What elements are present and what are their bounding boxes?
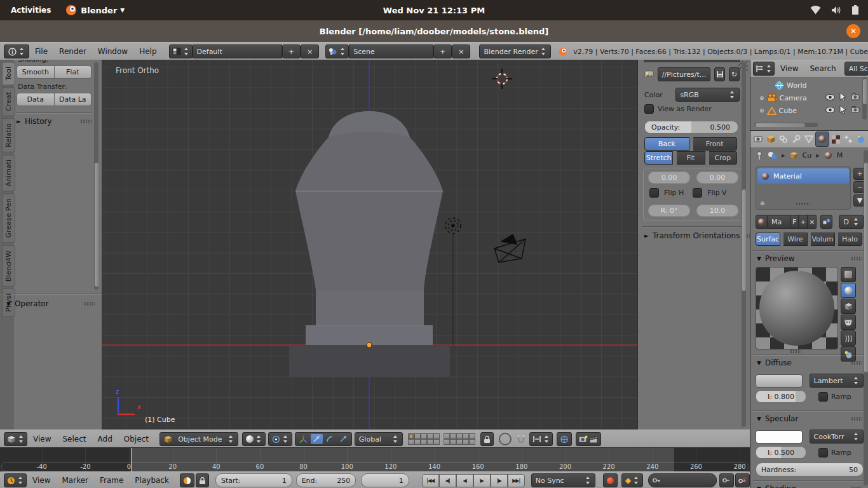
diffuse-color-swatch[interactable] xyxy=(756,374,803,388)
opacity-slider[interactable]: Opacity: 0.500 xyxy=(644,121,738,133)
tab-texture[interactable] xyxy=(829,132,842,146)
flip-v-checkbox[interactable] xyxy=(693,188,702,198)
jump-to-start-button[interactable]: |◀◀ xyxy=(422,474,439,487)
view-as-render-checkbox[interactable] xyxy=(644,104,654,114)
cube-restrict-toggles[interactable] xyxy=(825,105,860,114)
material-type-halo[interactable]: Halo xyxy=(838,233,862,246)
pin-icon[interactable] xyxy=(756,151,763,159)
n-panel-scrollbar[interactable] xyxy=(742,62,746,427)
flip-h-checkbox[interactable] xyxy=(649,188,659,198)
timeline-menu-frame[interactable]: Frame xyxy=(94,476,129,485)
operator-panel-header[interactable]: ▼ Operator xyxy=(6,299,95,308)
system-clock[interactable]: Wed Nov 21 12:13 PM xyxy=(0,6,868,15)
specular-panel-grip[interactable] xyxy=(851,417,862,421)
transform-orientations-panel-header[interactable]: ► Transform Orientations xyxy=(644,231,743,240)
material-crumb-icon[interactable] xyxy=(824,151,832,159)
color-space-selector[interactable]: sRGB xyxy=(675,88,740,102)
scene-selector[interactable] xyxy=(325,44,349,58)
frame-start-field[interactable]: Start:1 xyxy=(215,473,292,487)
sync-mode-selector[interactable]: No Sync xyxy=(531,473,595,487)
layer-toggle-2[interactable] xyxy=(414,433,421,439)
outliner-filter-selector[interactable]: All Sc xyxy=(844,62,868,76)
opengl-render-anim-icon[interactable] xyxy=(589,435,599,444)
preview-sphere-button[interactable] xyxy=(841,283,856,298)
camera-object[interactable] xyxy=(494,234,526,262)
specular-shader-selector[interactable]: CookTorr xyxy=(810,430,864,444)
shade-flat-button[interactable]: Flat xyxy=(55,65,92,79)
visibility-eye-icon[interactable] xyxy=(825,107,835,113)
timeline-editor-type-selector[interactable] xyxy=(4,473,27,487)
info-menu-file[interactable]: File xyxy=(29,47,53,56)
render-border-button[interactable] xyxy=(557,432,572,446)
specular-panel-header[interactable]: ▼ Specular xyxy=(757,414,862,423)
outliner-hscrollbar[interactable] xyxy=(754,123,818,127)
manipulator-scale-button[interactable] xyxy=(337,434,349,444)
layer-toggle-12[interactable] xyxy=(450,433,456,439)
specular-intensity-slider[interactable]: I: 0.500 xyxy=(756,446,806,459)
tab-object-data[interactable] xyxy=(803,132,815,146)
shade-smooth-button[interactable]: Smooth xyxy=(17,65,55,79)
diffuse-ramp-checkbox[interactable] xyxy=(818,392,828,402)
bg-size-field[interactable]: 10.0 xyxy=(696,205,738,217)
viewport-3d[interactable]: Front Ortho z x (1) Cube xyxy=(102,60,637,430)
layer-toggle-17[interactable] xyxy=(450,439,456,445)
timeline-menu-view[interactable]: View xyxy=(27,476,56,485)
info-menu-help[interactable]: Help xyxy=(133,47,162,56)
bg-back-toggle[interactable]: Back xyxy=(644,137,689,151)
expand-icon[interactable]: ⊕ xyxy=(759,107,764,114)
expand-icon[interactable]: ⊕ xyxy=(759,95,764,101)
layer-toggle-6[interactable] xyxy=(408,439,414,445)
scene-add-button[interactable]: + xyxy=(433,44,452,58)
material-type-volume[interactable]: Volum xyxy=(811,233,835,246)
diffuse-panel-header[interactable]: ▼ Diffuse xyxy=(757,358,862,367)
use-preview-range-button[interactable] xyxy=(180,473,194,487)
preview-hair-button[interactable] xyxy=(841,330,856,346)
tool-shelf-tab-tool[interactable]: Tool xyxy=(2,62,15,85)
jump-to-end-button[interactable]: ▶▶| xyxy=(508,474,525,487)
active-keying-set-field[interactable] xyxy=(648,473,717,487)
timeline-hscrollbar[interactable] xyxy=(1,462,749,471)
renderability-camera-icon[interactable] xyxy=(851,93,860,100)
viewport-menu-object[interactable]: Object xyxy=(118,435,154,444)
transform-orientation-selector[interactable]: Global xyxy=(355,432,403,446)
screen-layout-selector[interactable] xyxy=(169,44,193,58)
material-display-selector[interactable]: D xyxy=(839,215,864,229)
scene-name-field[interactable]: Scene xyxy=(349,44,433,58)
tab-object[interactable] xyxy=(764,132,777,146)
layer-toggle-9[interactable] xyxy=(427,439,433,445)
manipulator-rotate-button[interactable] xyxy=(324,434,336,444)
keying-set-type-selector[interactable]: ◆ xyxy=(621,473,643,487)
layers-widget[interactable] xyxy=(408,433,475,445)
viewport-menu-add[interactable]: Add xyxy=(92,435,118,444)
layer-toggle-10[interactable] xyxy=(433,439,440,445)
breadcrumb-object-name[interactable]: Cu xyxy=(803,151,812,159)
info-editor-type-selector[interactable] xyxy=(4,44,29,58)
preview-panel-grip[interactable] xyxy=(851,257,862,261)
bg-stretch-toggle[interactable]: Stretch xyxy=(644,151,673,165)
tab-constraints[interactable] xyxy=(777,132,790,146)
snap-element-selector[interactable] xyxy=(529,432,553,446)
preview-flat-button[interactable] xyxy=(841,267,856,282)
bg-image-path-field[interactable]: //Pictures/t... xyxy=(658,67,710,81)
material-name-field[interactable]: Ma xyxy=(768,215,790,229)
outliner-item-world[interactable]: World xyxy=(775,79,807,92)
specular-color-swatch[interactable] xyxy=(756,430,803,444)
volume-icon[interactable] xyxy=(831,6,841,15)
layer-toggle-1[interactable] xyxy=(408,433,414,439)
history-panel-header[interactable]: ► History xyxy=(17,117,92,126)
tool-shelf-tab-blend4w[interactable]: Blend4W xyxy=(2,245,15,287)
prev-keyframe-button[interactable]: ◀| xyxy=(439,474,456,487)
next-keyframe-button[interactable]: |▶ xyxy=(491,474,508,487)
layer-toggle-3[interactable] xyxy=(421,433,427,439)
play-button[interactable]: ▶ xyxy=(473,474,491,487)
diffuse-panel-grip[interactable] xyxy=(851,361,862,365)
layer-toggle-13[interactable] xyxy=(456,433,463,439)
preview-resize-grip[interactable] xyxy=(790,349,801,353)
selectability-cursor-icon[interactable] xyxy=(839,105,846,114)
preview-monkey-button[interactable] xyxy=(841,315,856,330)
history-panel-grip[interactable] xyxy=(80,119,92,123)
delete-keyframe-button[interactable] xyxy=(735,473,750,487)
image-datablock-icon[interactable] xyxy=(644,69,654,80)
tool-shelf-tab-relatio[interactable]: Relatio xyxy=(2,118,15,152)
window-close-button[interactable]: ✕ xyxy=(846,24,860,38)
